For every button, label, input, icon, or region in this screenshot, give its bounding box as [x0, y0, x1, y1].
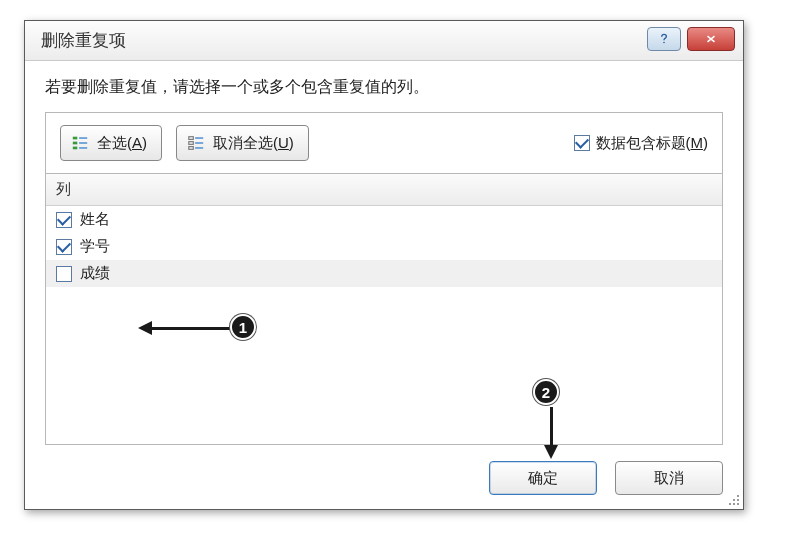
checkbox-icon[interactable] — [56, 239, 72, 255]
svg-rect-3 — [73, 147, 78, 150]
checkbox-icon[interactable] — [56, 266, 72, 282]
column-row[interactable]: 成绩 — [46, 260, 722, 287]
svg-rect-2 — [73, 142, 78, 145]
data-has-headers-checkbox[interactable]: 数据包含标题(M) — [574, 134, 709, 153]
checkbox-icon — [574, 135, 590, 151]
column-row[interactable]: 学号 — [46, 233, 722, 260]
columns-body: 姓名 学号 成绩 — [46, 206, 722, 287]
checkbox-icon[interactable] — [56, 212, 72, 228]
column-label: 成绩 — [80, 264, 110, 283]
ok-label: 确定 — [528, 469, 558, 488]
ok-button[interactable]: 确定 — [489, 461, 597, 495]
resize-grip[interactable] — [726, 492, 740, 506]
svg-rect-1 — [73, 137, 78, 140]
svg-rect-6 — [79, 147, 87, 149]
deselect-all-button[interactable]: 取消全选(U) — [176, 125, 309, 161]
annotation-arrow-2 — [544, 407, 558, 459]
svg-rect-4 — [79, 137, 87, 139]
dialog-content: 若要删除重复值，请选择一个或多个包含重复值的列。 全选(A) — [25, 61, 743, 509]
columns-header: 列 — [46, 174, 722, 206]
dialog-title: 删除重复项 — [41, 29, 126, 52]
help-icon — [657, 32, 671, 46]
column-row[interactable]: 姓名 — [46, 206, 722, 233]
svg-rect-10 — [195, 137, 203, 139]
select-all-label: 全选(A) — [97, 134, 147, 153]
toolbar-left: 全选(A) 取消全选(U) — [60, 125, 309, 161]
instruction-text: 若要删除重复值，请选择一个或多个包含重复值的列。 — [45, 77, 723, 98]
close-button[interactable] — [687, 27, 735, 51]
columns-listbox[interactable]: 列 姓名 学号 成绩 — [45, 173, 723, 445]
deselect-all-label: 取消全选(U) — [213, 134, 294, 153]
svg-rect-9 — [189, 147, 194, 150]
svg-rect-7 — [189, 137, 194, 140]
window-buttons — [647, 27, 735, 51]
select-all-button[interactable]: 全选(A) — [60, 125, 162, 161]
svg-rect-5 — [79, 142, 87, 144]
remove-duplicates-dialog: 删除重复项 若要删除重复值，请选择一个或多个包含重复值的列。 — [24, 20, 744, 510]
annotation-callout-1: 1 — [230, 314, 256, 340]
cancel-button[interactable]: 取消 — [615, 461, 723, 495]
close-icon — [704, 33, 718, 45]
svg-rect-8 — [189, 142, 194, 145]
select-all-icon — [71, 134, 89, 152]
titlebar: 删除重复项 — [25, 21, 743, 61]
column-label: 姓名 — [80, 210, 110, 229]
svg-rect-11 — [195, 142, 203, 144]
column-label: 学号 — [80, 237, 110, 256]
help-button[interactable] — [647, 27, 681, 51]
cancel-label: 取消 — [654, 469, 684, 488]
toolbar: 全选(A) 取消全选(U) 数据包含标题(M) — [45, 112, 723, 173]
svg-rect-12 — [195, 147, 203, 149]
svg-point-0 — [663, 42, 665, 44]
annotation-arrow-1 — [138, 321, 230, 335]
dialog-footer: 确定 取消 — [45, 445, 723, 495]
annotation-callout-2: 2 — [533, 379, 559, 405]
data-has-headers-label: 数据包含标题(M) — [596, 134, 709, 153]
deselect-all-icon — [187, 134, 205, 152]
